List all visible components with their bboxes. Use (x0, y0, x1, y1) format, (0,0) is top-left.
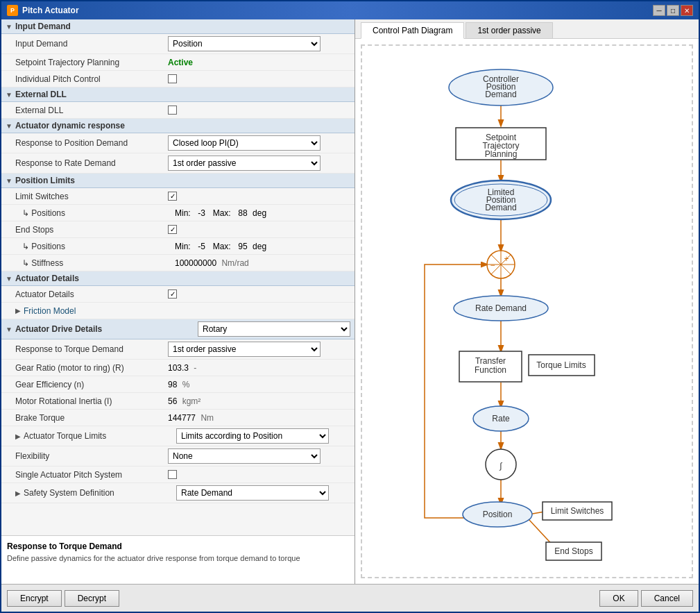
checkbox-external-dll[interactable] (168, 106, 177, 115)
gear-ratio-value: 103.3 (168, 363, 189, 373)
row-actuator-torque-limits: ▶ Actuator Torque Limits Limits accordin… (1, 426, 355, 446)
section-input-demand-label: Input Demand (15, 22, 71, 31)
title-bar: P Pitch Actuator ─ □ ✕ (1, 1, 699, 19)
title-controls: ─ □ ✕ (653, 5, 693, 16)
value-response-rate: 1st order passive Closed loop PI(D) (168, 156, 349, 171)
checkbox-bearing-friction[interactable]: ✓ (168, 289, 177, 299)
info-text: Define passive dynamics for the actuator… (7, 554, 349, 562)
select-input-demand[interactable]: Position Rate (168, 36, 321, 51)
unit-2: deg (250, 242, 266, 251)
row-limit-positions: ↳ Positions Min: -3 Max: 88 deg (1, 205, 355, 221)
unit-1: deg (250, 208, 266, 218)
section-actuator-dynamic-label: Actuator dynamic response (15, 121, 125, 131)
select-torque-limits[interactable]: Limits according to Position Fixed Limit… (176, 428, 329, 444)
minimize-button[interactable]: ─ (653, 5, 665, 16)
svg-text:Position: Position (483, 510, 513, 519)
value-end-positions: Min: -5 Max: 95 deg (175, 242, 349, 251)
section-actuator-dynamic: ▼ Actuator dynamic response (1, 119, 355, 133)
encrypt-button[interactable]: Encrypt (7, 590, 62, 607)
svg-text:Demand: Demand (485, 90, 516, 99)
row-input-demand: Input Demand Position Rate (1, 34, 355, 54)
value-end-stops: ✓ (168, 225, 349, 234)
value-safety-system: Rate Demand Position Demand (176, 485, 349, 501)
close-button[interactable]: ✕ (681, 5, 693, 16)
svg-text:Function: Function (475, 365, 506, 375)
checkbox-end-stops[interactable]: ✓ (168, 225, 177, 234)
label-friction-model: Friction Model (24, 306, 176, 316)
section-external-dll-label: External DLL (15, 90, 67, 99)
row-response-torque: Response to Torque Demand 1st order pass… (1, 339, 355, 360)
select-safety-system[interactable]: Rate Demand Position Demand (176, 485, 329, 501)
select-flexibility[interactable]: None Spring Dynamic (168, 448, 321, 464)
section-position-limits: ▼ Position Limits (1, 174, 355, 188)
value-gear-ratio: 103.3 - (168, 363, 349, 373)
row-friction-model[interactable]: ▶ Friction Model (1, 303, 355, 319)
expand-icon-actuator-details: ▼ (6, 275, 12, 283)
row-gear-ratio: Gear Ratio (motor to ring) (R) 103.3 - (1, 360, 355, 376)
row-end-stops: End Stops ✓ (1, 221, 355, 238)
min-label-2: Min: (175, 242, 195, 251)
value-gear-efficiency: 98 % (168, 380, 349, 389)
row-motor-inertia: Motor Rotational Inertia (I) 56 kgm² (1, 393, 355, 410)
window-title: Pitch Actuator (22, 6, 79, 15)
section-external-dll: ▼ External DLL (1, 87, 355, 102)
main-content: ▼ Input Demand Input Demand Position Rat… (1, 19, 699, 584)
value-brake-torque: 144777 Nm (168, 413, 349, 423)
info-panel: Response to Torque Demand Define passive… (1, 535, 355, 584)
select-response-position[interactable]: Closed loop PI(D) 1st order passive (168, 135, 321, 151)
value-motor-inertia: 56 kgm² (168, 396, 349, 406)
value-response-torque: 1st order passive Closed loop PI(D) (168, 342, 349, 357)
label-response-rate: Response to Rate Demand (15, 158, 168, 168)
label-limit-positions: ↳ Positions (22, 208, 175, 218)
max-label-2: Max: (208, 242, 235, 251)
row-individual-pitch: Individual Pitch Control (1, 71, 355, 87)
value-input-demand: Position Rate (168, 36, 349, 51)
checkbox-limit-switches[interactable]: ✓ (168, 192, 177, 201)
max-value-1: 88 (238, 208, 247, 218)
gear-efficiency-unit: % (180, 380, 189, 389)
value-bearing-friction: ✓ (168, 289, 349, 299)
right-panel: Control Path Diagram 1st order passive (355, 19, 699, 584)
brake-torque-value: 144777 (168, 413, 196, 423)
tab-1st-order[interactable]: 1st order passive (466, 22, 552, 38)
value-stiffness: 100000000 Nm/rad (175, 258, 349, 268)
min-value-2: -5 (198, 242, 205, 251)
cancel-button[interactable]: Cancel (641, 590, 693, 607)
ok-button[interactable]: OK (599, 590, 638, 607)
row-end-positions: ↳ Positions Min: -5 Max: 95 deg (1, 238, 355, 255)
motor-inertia-unit: kgm² (180, 396, 200, 406)
left-panel: ▼ Input Demand Input Demand Position Rat… (1, 19, 355, 584)
select-actuator-drive-type[interactable]: Rotary Linear (198, 321, 350, 337)
select-response-torque[interactable]: 1st order passive Closed loop PI(D) (168, 342, 321, 357)
expand-icon-actuator-drive: ▼ (6, 326, 12, 333)
label-response-torque: Response to Torque Demand (15, 344, 168, 354)
tab-bar: Control Path Diagram 1st order passive (355, 19, 699, 39)
row-response-position: Response to Position Demand Closed loop … (1, 133, 355, 153)
expand-icon-position-limits: ▼ (6, 177, 12, 185)
label-end-stops: End Stops (15, 225, 168, 235)
maximize-button[interactable]: □ (667, 5, 679, 16)
value-individual-pitch (168, 74, 349, 83)
tab-control-path[interactable]: Control Path Diagram (361, 22, 464, 39)
select-response-rate[interactable]: 1st order passive Closed loop PI(D) (168, 156, 321, 171)
label-individual-pitch: Individual Pitch Control (15, 74, 168, 84)
left-scroll: ▼ Input Demand Input Demand Position Rat… (1, 19, 355, 535)
row-gear-efficiency: Gear Efficiency (n) 98 % (1, 376, 355, 393)
checkbox-single-actuator[interactable] (168, 470, 177, 479)
svg-text:Demand: Demand (485, 203, 516, 212)
svg-text:−: − (490, 260, 495, 270)
checkbox-individual-pitch[interactable] (168, 74, 177, 83)
expand-icon-actuator-dynamic: ▼ (6, 122, 12, 130)
label-gear-ratio: Gear Ratio (motor to ring) (R) (15, 363, 168, 373)
label-stiffness: ↳ Stiffness (22, 258, 175, 268)
section-actuator-details: ▼ Actuator Details (1, 271, 355, 286)
value-flexibility: None Spring Dynamic (168, 448, 349, 464)
label-input-demand: Input Demand (15, 39, 168, 49)
label-response-position: Response to Position Demand (15, 138, 168, 148)
expand-tri-safety: ▶ (15, 489, 21, 497)
svg-text:Limit Switches: Limit Switches (551, 506, 604, 516)
label-external-dll: External DLL (15, 106, 168, 115)
svg-text:End Stops: End Stops (554, 546, 592, 556)
decrypt-button[interactable]: Decrypt (65, 590, 119, 607)
row-flexibility: Flexibility None Spring Dynamic (1, 446, 355, 467)
